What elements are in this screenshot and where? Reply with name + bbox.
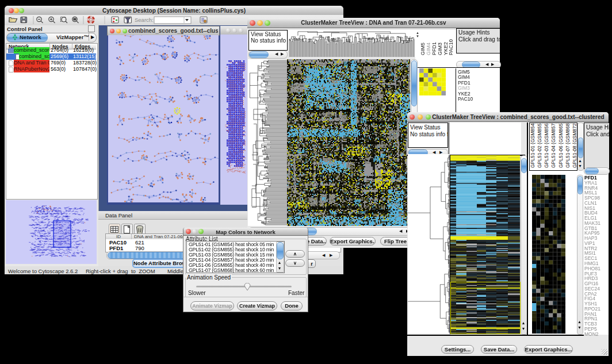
- svg-text:GIM3: GIM3: [437, 43, 443, 55]
- svg-text:GIM5: GIM5: [420, 43, 426, 55]
- svg-text:GIM4: GIM4: [426, 43, 431, 55]
- svg-text:GPL51-08 (GSM872): GPL51-08 (GSM872): [572, 122, 576, 168]
- svg-text:PAC10: PAC10: [448, 39, 454, 55]
- svg-text:GPL51-07 (GSM868): GPL51-07 (GSM868): [565, 122, 571, 168]
- svg-text:Search:: Search:: [135, 17, 154, 23]
- svg-text:GPL51-06 (GSM865): GPL51-06 (GSM865): [558, 122, 564, 168]
- svg-text:PFD1: PFD1: [431, 42, 437, 55]
- svg-text:GPL51-04 (GSM857): GPL51-04 (GSM857): [550, 122, 556, 168]
- svg-text:GPL51-01 (GSM854): GPL51-01 (GSM854): [530, 122, 536, 168]
- svg-text:GPL51-03 (GSM856): GPL51-03 (GSM856): [544, 122, 549, 168]
- svg-text:GPL51-02 (GSM855): GPL51-02 (GSM855): [537, 122, 542, 168]
